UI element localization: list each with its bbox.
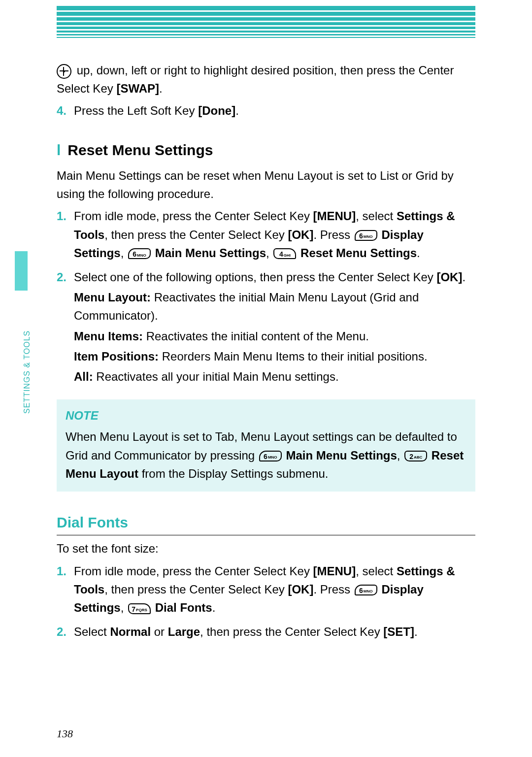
reset-step-2: 2. Select one of the following options, … [57, 268, 475, 386]
period: . [414, 625, 418, 638]
note-box: NOTE When Menu Layout is set to Tab, Men… [57, 399, 475, 492]
dial-fonts-step-2: 2. Select Normal or Large, then press th… [57, 623, 475, 641]
menu-key-label: [MENU] [313, 564, 356, 578]
dial-fonts-step-1: 1. From idle mode, press the Center Sele… [57, 562, 475, 617]
text: . Press [313, 228, 353, 241]
step-number: 1. [57, 207, 66, 225]
note-body: When Menu Layout is set to Tab, Menu Lay… [66, 428, 466, 483]
reset-menu-settings-label: Reset Menu Settings [297, 246, 417, 260]
side-tab-label: SETTINGS & TOOLS [23, 330, 32, 414]
reset-heading: lReset Menu Settings [57, 139, 475, 162]
comma: , [397, 449, 403, 462]
main-menu-settings-label: Main Menu Settings [283, 449, 397, 462]
page-number: 138 [57, 727, 73, 740]
key-6-icon: 6MNO [355, 585, 377, 595]
swap-key-label: [SWAP] [116, 82, 159, 95]
reset-step-1: 1. From idle mode, press the Center Sele… [57, 207, 475, 262]
text: , then press the Center Select Key [104, 583, 288, 596]
step-number: 2. [57, 623, 66, 641]
text: Select [74, 625, 110, 638]
label: Item Positions: [74, 350, 159, 363]
option-menu-items: Menu Items: Reactivates the initial cont… [74, 327, 475, 345]
period: . [235, 104, 239, 117]
step-number: 4. [57, 101, 66, 120]
dial-fonts-steps: 1. From idle mode, press the Center Sele… [57, 562, 475, 641]
reset-heading-text: Reset Menu Settings [67, 142, 213, 158]
text: from the Display Settings submenu. [138, 467, 329, 480]
key-4-icon: 4GHI [273, 248, 296, 259]
normal-label: Normal [110, 625, 151, 638]
page: SETTINGS & TOOLS up, down, left or right… [0, 0, 532, 757]
period: . [212, 601, 216, 614]
text: . Press [313, 583, 353, 596]
menu-key-label: [MENU] [313, 209, 356, 223]
step-4-text: Press the Left Soft Key [74, 104, 198, 117]
side-tab: SETTINGS & TOOLS [15, 350, 27, 478]
option-item-positions: Item Positions: Reorders Main Menu Items… [74, 347, 475, 365]
large-label: Large [168, 625, 200, 638]
reset-steps: 1. From idle mode, press the Center Sele… [57, 207, 475, 386]
comma: , [266, 246, 272, 260]
dial-fonts-intro: To set the font size: [57, 539, 475, 558]
comma: , [121, 601, 127, 614]
option-menu-layout: Menu Layout: Reactivates the initial Mai… [74, 288, 475, 325]
dpad-icon [57, 64, 71, 79]
key-6-icon: 6MNO [128, 248, 151, 259]
text: From idle mode, press the Center Select … [74, 209, 313, 223]
step-list-continued: 4. Press the Left Soft Key [Done]. [57, 101, 475, 120]
period: . [159, 82, 163, 95]
set-key-label: [SET] [383, 625, 414, 638]
key-6-icon: 6MNO [259, 451, 282, 461]
label: Menu Layout: [74, 291, 151, 304]
desc: Reactivates the initial content of the M… [143, 329, 369, 343]
key-6-icon: 6MNO [355, 230, 377, 241]
desc: Reactivates all your initial Main Menu s… [93, 370, 339, 383]
label: All: [74, 370, 93, 383]
continuation-text: up, down, left or right to highlight des… [57, 61, 475, 98]
ok-key-label: [OK] [436, 270, 462, 284]
header-decoration [57, 0, 475, 50]
comma: , [121, 246, 127, 260]
dial-fonts-label: Dial Fonts [152, 601, 212, 614]
heading-bullet: l [57, 142, 61, 158]
label: Menu Items: [74, 329, 143, 343]
side-tab-marker [15, 251, 28, 291]
dial-fonts-heading: Dial Fonts [57, 511, 475, 536]
key-2-icon: 2ABC [404, 451, 427, 461]
ok-key-label: [OK] [288, 228, 313, 241]
period: . [462, 270, 466, 284]
note-title: NOTE [66, 406, 466, 425]
step-number: 2. [57, 268, 66, 286]
option-all: All: Reactivates all your initial Main M… [74, 367, 475, 386]
text: , then press the Center Select Key [200, 625, 383, 638]
text: From idle mode, press the Center Select … [74, 564, 313, 578]
content-area: up, down, left or right to highlight des… [57, 0, 475, 641]
done-key-label: [Done] [198, 104, 235, 117]
text: or [151, 625, 168, 638]
step-4: 4. Press the Left Soft Key [Done]. [57, 101, 475, 120]
main-menu-settings-label: Main Menu Settings [152, 246, 266, 260]
ok-key-label: [OK] [288, 583, 313, 596]
desc: Reorders Main Menu Items to their initia… [159, 350, 428, 363]
period: . [417, 246, 420, 260]
key-7-icon: 7PQRS [128, 603, 151, 614]
text: , select [356, 209, 397, 223]
reset-intro: Main Menu Settings can be reset when Men… [57, 166, 475, 203]
step-number: 1. [57, 562, 66, 580]
text: , select [356, 564, 397, 578]
text: Select one of the following options, the… [74, 270, 436, 284]
text: , then press the Center Select Key [104, 228, 288, 241]
